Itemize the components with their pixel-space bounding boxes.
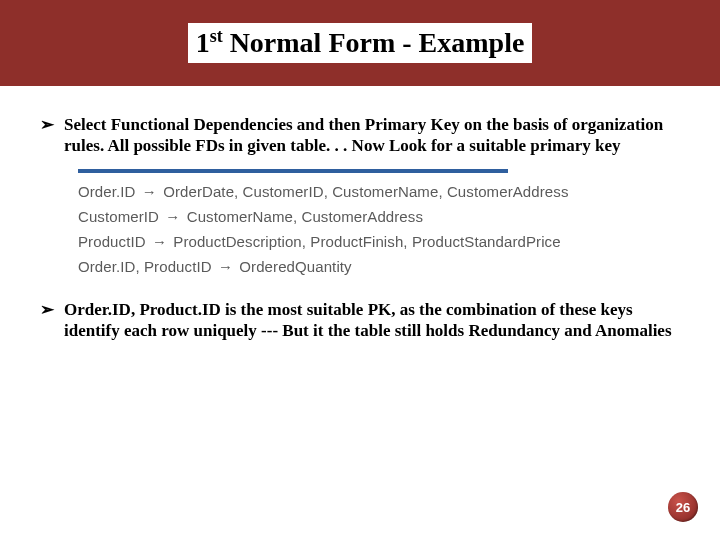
fd-rhs: ProductDescription, ProductFinish, Produ… [173, 233, 560, 250]
bullet-marker-icon: ➢ [40, 299, 54, 342]
page-number-badge: 26 [668, 492, 698, 522]
fd-line: Order.ID → OrderDate, CustomerID, Custom… [78, 183, 598, 200]
slide-title: 1st Normal Form - Example [188, 23, 533, 63]
title-super: st [210, 26, 223, 46]
title-prefix: 1 [196, 27, 210, 58]
arrow-icon: → [218, 258, 233, 275]
bullet-text: Order.ID, Product.ID is the most suitabl… [64, 299, 688, 342]
bullet-marker-icon: ➢ [40, 114, 54, 157]
arrow-icon: → [152, 233, 167, 250]
arrow-icon: → [142, 183, 157, 200]
bullet-item: ➢ Select Functional Dependencies and the… [32, 114, 688, 157]
fd-lhs: Order.ID [78, 183, 135, 200]
fd-line: ProductID → ProductDescription, ProductF… [78, 233, 598, 250]
fd-line: CustomerID → CustomerName, CustomerAddre… [78, 208, 598, 225]
functional-dependencies-block: Order.ID → OrderDate, CustomerID, Custom… [78, 169, 598, 275]
fd-rhs: CustomerName, CustomerAddress [187, 208, 423, 225]
arrow-icon: → [165, 208, 180, 225]
bullet-item: ➢ Order.ID, Product.ID is the most suita… [32, 299, 688, 342]
divider [78, 169, 508, 173]
fd-lhs: Order.ID, ProductID [78, 258, 212, 275]
fd-lhs: ProductID [78, 233, 146, 250]
bullet-text: Select Functional Dependencies and then … [64, 114, 688, 157]
fd-line: Order.ID, ProductID → OrderedQuantity [78, 258, 598, 275]
title-rest: Normal Form - Example [223, 27, 525, 58]
fd-rhs: OrderDate, CustomerID, CustomerName, Cus… [163, 183, 568, 200]
fd-rhs: OrderedQuantity [239, 258, 351, 275]
content-area: ➢ Select Functional Dependencies and the… [0, 86, 720, 341]
fd-lhs: CustomerID [78, 208, 159, 225]
page-number: 26 [676, 500, 690, 515]
title-bar: 1st Normal Form - Example [0, 0, 720, 86]
